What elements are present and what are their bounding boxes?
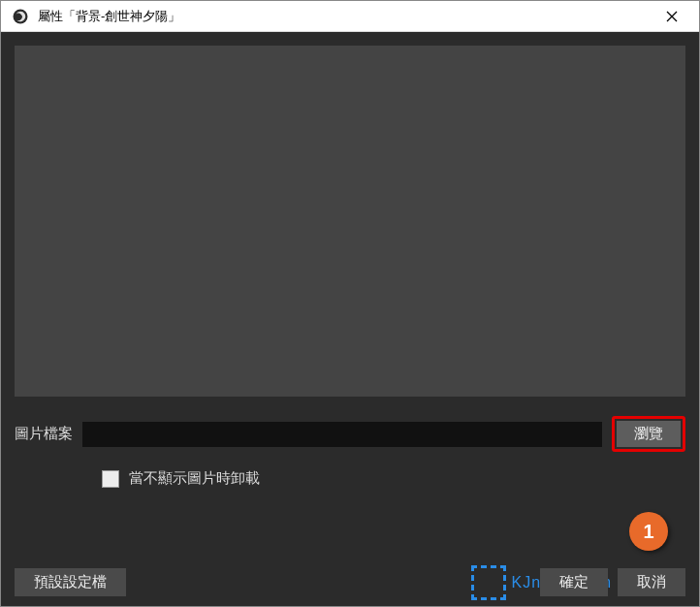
close-button[interactable] (652, 2, 691, 31)
annotation-number: 1 (643, 521, 653, 543)
window-title: 屬性「背景-創世神夕陽」 (38, 8, 652, 25)
unload-checkbox-row: 當不顯示圖片時卸載 (102, 469, 685, 488)
defaults-button[interactable]: 預設設定檔 (15, 568, 126, 596)
obs-icon (11, 7, 30, 26)
browse-highlight: 瀏覽 (612, 416, 685, 452)
cancel-button[interactable]: 取消 (618, 568, 685, 596)
unload-checkbox[interactable] (102, 470, 119, 488)
preview-area (15, 46, 685, 397)
content-area: 圖片檔案 瀏覽 當不顯示圖片時卸載 1 KJnotes.com 預設設定檔 確定… (1, 32, 699, 606)
browse-button[interactable]: 瀏覽 (617, 421, 681, 447)
unload-checkbox-label: 當不顯示圖片時卸載 (129, 469, 260, 488)
titlebar: 屬性「背景-創世神夕陽」 (1, 1, 699, 32)
annotation-marker: 1 (629, 512, 668, 551)
file-label: 圖片檔案 (15, 425, 73, 443)
file-path-input[interactable] (82, 422, 602, 447)
ok-button[interactable]: 確定 (540, 568, 608, 596)
footer: 預設設定檔 確定 取消 (15, 568, 685, 596)
file-row: 圖片檔案 瀏覽 (15, 416, 685, 452)
